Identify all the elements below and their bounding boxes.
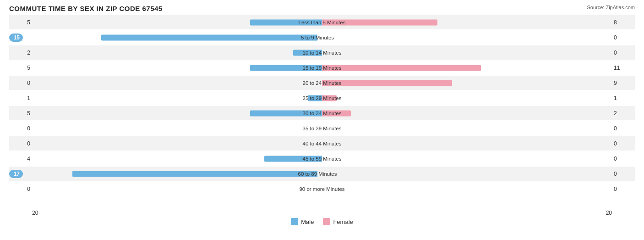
bars-wrapper: 20 to 24 Minutes (32, 76, 612, 90)
chart-row: 155 to 9 Minutes0 (9, 30, 635, 45)
male-value: 1 (9, 95, 32, 101)
male-value: 5 (9, 65, 32, 71)
chart-container: COMMUTE TIME BY SEX IN ZIP CODE 67545 So… (0, 0, 644, 240)
x-axis-left: 20 (32, 210, 38, 216)
male-bar (308, 95, 322, 101)
male-value: 4 (9, 156, 32, 162)
source-label: Source: ZipAtlas.com (587, 5, 635, 10)
male-color-box (291, 218, 298, 225)
chart-title: COMMUTE TIME BY SEX IN ZIP CODE 67545 (9, 5, 635, 12)
male-bar (250, 19, 322, 25)
row-label: 90 or more Minutes (299, 186, 344, 192)
female-value: 9 (612, 80, 635, 86)
male-value: 17 (9, 170, 23, 178)
female-value: 11 (612, 65, 635, 71)
x-axis: 20 20 (9, 208, 635, 216)
female-value: 0 (612, 171, 635, 177)
chart-row: 210 to 14 Minutes0 (9, 45, 635, 60)
bars-wrapper: 45 to 59 Minutes (32, 151, 612, 166)
bars-wrapper: 40 to 44 Minutes (32, 136, 612, 151)
female-label: Female (333, 218, 353, 225)
male-value: 0 (9, 186, 32, 192)
male-bar (250, 110, 322, 116)
bars-wrapper: Less than 5 Minutes (32, 15, 612, 29)
legend-male: Male (291, 218, 314, 225)
row-label: 40 to 44 Minutes (302, 141, 341, 146)
legend: Male Female (9, 218, 635, 225)
bars-wrapper: 30 to 34 Minutes (32, 106, 612, 120)
bars-wrapper: 10 to 14 Minutes (32, 45, 612, 60)
female-value: 8 (612, 19, 635, 26)
bars-wrapper: 15 to 19 Minutes (32, 61, 612, 75)
chart-row: 5Less than 5 Minutes8 (9, 15, 635, 29)
female-bar (322, 19, 437, 25)
female-value: 0 (612, 125, 635, 132)
female-value: 0 (612, 156, 635, 162)
chart-row: 515 to 19 Minutes11 (9, 61, 635, 75)
female-value: 0 (612, 186, 635, 192)
male-value: 5 (9, 19, 32, 26)
chart-row: 020 to 24 Minutes9 (9, 76, 635, 90)
chart-row: 125 to 29 Minutes1 (9, 91, 635, 105)
male-bar (250, 65, 322, 71)
female-value: 2 (612, 110, 635, 117)
male-value: 0 (9, 140, 32, 147)
male-value: 2 (9, 50, 32, 56)
legend-female: Female (323, 218, 353, 225)
male-bar (72, 171, 318, 177)
female-bar (322, 80, 452, 86)
bars-wrapper: 5 to 9 Minutes (23, 30, 612, 45)
female-bar (322, 110, 351, 116)
bars-wrapper: 90 or more Minutes (32, 182, 612, 196)
row-label: 35 to 39 Minutes (302, 126, 341, 131)
chart-row: 040 to 44 Minutes0 (9, 136, 635, 151)
chart-area: 5Less than 5 Minutes8155 to 9 Minutes021… (9, 15, 635, 208)
female-value: 0 (612, 50, 635, 56)
x-axis-right: 20 (606, 210, 612, 216)
female-bar (322, 65, 481, 71)
male-bar (264, 156, 322, 162)
male-bar (101, 34, 318, 40)
female-color-box (323, 218, 330, 225)
male-bar (293, 50, 322, 56)
chart-row: 035 to 39 Minutes0 (9, 121, 635, 135)
bars-wrapper: 60 to 89 Minutes (23, 167, 612, 181)
male-value: 0 (9, 125, 32, 132)
male-value: 0 (9, 80, 32, 86)
female-value: 0 (612, 34, 635, 41)
female-bar (322, 95, 337, 101)
bars-wrapper: 35 to 39 Minutes (32, 121, 612, 135)
female-value: 0 (612, 140, 635, 147)
chart-row: 090 or more Minutes0 (9, 182, 635, 196)
chart-row: 445 to 59 Minutes0 (9, 151, 635, 166)
male-value: 5 (9, 110, 32, 117)
female-value: 1 (612, 95, 635, 101)
male-value: 15 (9, 33, 23, 42)
chart-row: 530 to 34 Minutes2 (9, 106, 635, 120)
male-label: Male (301, 218, 314, 225)
bars-wrapper: 25 to 29 Minutes (32, 91, 612, 105)
chart-row: 1760 to 89 Minutes0 (9, 167, 635, 181)
